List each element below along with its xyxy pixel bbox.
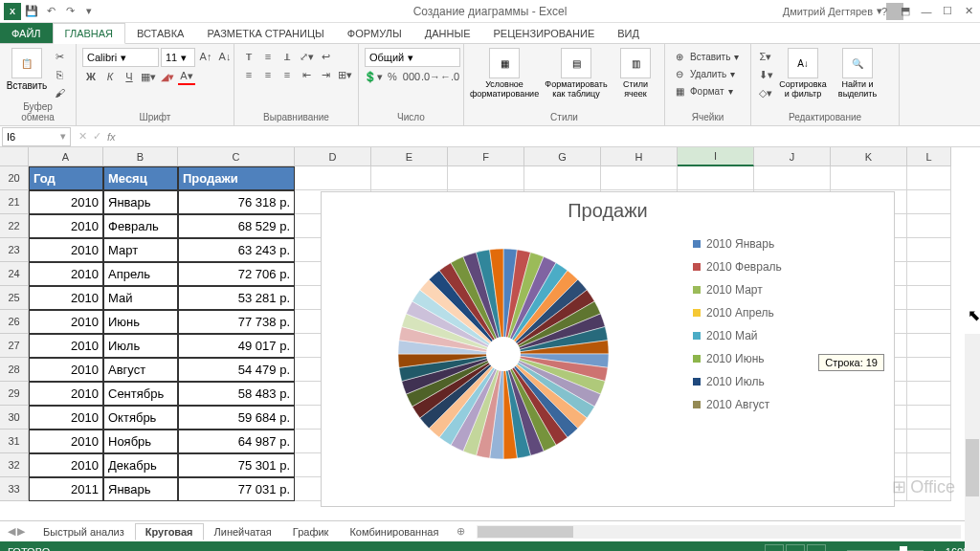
cell-month[interactable]: Май (103, 286, 178, 310)
cut-icon[interactable]: ✂ (51, 48, 68, 65)
column-header-B[interactable]: B (103, 147, 178, 166)
fill-icon[interactable]: ⬇▾ (757, 66, 774, 83)
increase-decimal-icon[interactable]: .0→ (422, 68, 439, 85)
user-name[interactable]: Дмитрий Дегтярев (783, 6, 873, 17)
cell-year[interactable]: 2010 (29, 406, 103, 430)
close-icon[interactable]: ✕ (959, 3, 978, 20)
sheet-tab-combo[interactable]: Комбинированная (339, 523, 449, 540)
zoom-out-icon[interactable]: − (834, 546, 839, 551)
cell-year[interactable]: 2010 (29, 238, 103, 262)
cell-empty[interactable] (295, 166, 371, 190)
cell-year[interactable]: 2010 (29, 382, 103, 406)
fill-color-icon[interactable]: ◢▾ (159, 68, 176, 85)
cell-empty[interactable] (907, 214, 951, 238)
column-header-C[interactable]: C (178, 147, 295, 166)
sheet-nav-prev-icon[interactable]: ◀ (8, 525, 15, 538)
font-color-icon[interactable]: A▾ (178, 68, 195, 85)
percent-icon[interactable]: % (384, 68, 401, 85)
column-header-F[interactable]: F (448, 147, 524, 166)
insert-cells-button[interactable]: ⊕Вставить▾ (671, 48, 741, 65)
row-header-23[interactable]: 23 (0, 238, 29, 262)
cell-empty[interactable] (754, 166, 831, 190)
cell-sales[interactable]: 72 706 р. (178, 262, 295, 286)
merge-icon[interactable]: ⊞▾ (336, 66, 353, 83)
cell-sales[interactable]: 63 243 р. (178, 238, 295, 262)
page-break-view-icon[interactable] (807, 544, 826, 551)
cell-empty[interactable] (371, 166, 448, 190)
zoom-in-icon[interactable]: + (931, 546, 937, 551)
cell-year[interactable]: 2010 (29, 430, 103, 453)
cell-sales[interactable]: 64 987 р. (178, 430, 295, 453)
cell-empty[interactable] (907, 430, 951, 453)
decrease-decimal-icon[interactable]: ←.0 (441, 68, 458, 85)
header-month[interactable]: Месяц (103, 166, 178, 190)
row-header-25[interactable]: 25 (0, 286, 29, 310)
align-bottom-icon[interactable]: ⫫ (278, 48, 296, 65)
delete-cells-button[interactable]: ⊖Удалить▾ (671, 65, 737, 82)
bold-icon[interactable]: Ж (82, 68, 100, 85)
sheet-tab-line[interactable]: График (282, 523, 340, 540)
column-header-A[interactable]: A (29, 147, 103, 166)
cell-month[interactable]: Январь (103, 190, 178, 214)
format-as-table-button[interactable]: ▤ Форматировать как таблицу (542, 48, 611, 99)
horizontal-scrollbar[interactable] (477, 525, 961, 539)
tab-view[interactable]: ВИД (606, 23, 651, 43)
cell-empty[interactable] (907, 238, 951, 262)
decrease-indent-icon[interactable]: ⇤ (298, 66, 315, 83)
cell-sales[interactable]: 76 318 р. (178, 190, 295, 214)
vertical-scrollbar[interactable] (965, 334, 980, 551)
help-icon[interactable]: ? (875, 3, 894, 20)
cell-empty[interactable] (907, 166, 951, 190)
cell-empty[interactable] (907, 262, 951, 286)
cell-empty[interactable] (907, 286, 951, 310)
cell-year[interactable]: 2010 (29, 286, 103, 310)
page-layout-view-icon[interactable] (786, 544, 805, 551)
cell-empty[interactable] (678, 166, 754, 190)
cell-month[interactable]: Февраль (103, 214, 178, 238)
tab-page-layout[interactable]: РАЗМЕТКА СТРАНИЦЫ (195, 23, 335, 43)
save-icon[interactable]: 💾 (23, 3, 40, 20)
cell-year[interactable]: 2011 (29, 477, 103, 501)
row-header-28[interactable]: 28 (0, 358, 29, 382)
cell-sales[interactable]: 77 738 р. (178, 310, 295, 334)
autosum-icon[interactable]: Σ▾ (757, 48, 774, 65)
cell-year[interactable]: 2010 (29, 310, 103, 334)
cell-month[interactable]: Декабрь (103, 453, 178, 477)
row-header-27[interactable]: 27 (0, 334, 29, 358)
orientation-icon[interactable]: ⤢▾ (298, 48, 315, 65)
font-size-dropdown[interactable]: 11▾ (161, 48, 195, 67)
horizontal-scroll-thumb[interactable] (478, 526, 573, 538)
cell-empty[interactable] (907, 358, 951, 382)
excel-icon[interactable]: X (4, 3, 21, 20)
cell-empty[interactable] (448, 166, 524, 190)
align-right-icon[interactable]: ≡ (278, 66, 296, 83)
cell-empty[interactable] (907, 382, 951, 406)
cell-empty[interactable] (907, 334, 951, 358)
cell-month[interactable]: Ноябрь (103, 430, 178, 453)
comma-icon[interactable]: 000 (403, 68, 420, 85)
border-icon[interactable]: ▦▾ (140, 68, 157, 85)
row-header-24[interactable]: 24 (0, 262, 29, 286)
sheet-nav-next-icon[interactable]: ▶ (17, 525, 25, 538)
header-sales[interactable]: Продажи (178, 166, 295, 190)
row-header-20[interactable]: 20 (0, 166, 29, 190)
cell-empty[interactable] (907, 406, 951, 430)
cell-sales[interactable]: 58 483 р. (178, 382, 295, 406)
tab-file[interactable]: ФАЙЛ (0, 23, 53, 43)
cell-empty[interactable] (524, 166, 601, 190)
legend-item[interactable]: 2010 Январь (693, 237, 831, 251)
cell-month[interactable]: Июль (103, 334, 178, 358)
minimize-icon[interactable]: — (917, 3, 936, 20)
cell-sales[interactable]: 77 031 р. (178, 477, 295, 501)
cell-year[interactable]: 2010 (29, 453, 103, 477)
row-header-21[interactable]: 21 (0, 190, 29, 214)
select-all-corner[interactable] (0, 147, 29, 166)
decrease-font-icon[interactable]: A↓ (216, 48, 234, 65)
cell-sales[interactable]: 75 301 р. (178, 453, 295, 477)
conditional-formatting-button[interactable]: ▦ Условное форматирование (470, 48, 539, 99)
cell-year[interactable]: 2010 (29, 358, 103, 382)
column-header-L[interactable]: L (907, 147, 951, 166)
format-cells-button[interactable]: ▦Формат▾ (671, 82, 735, 99)
wrap-text-icon[interactable]: ↩ (317, 48, 334, 65)
cell-year[interactable]: 2010 (29, 334, 103, 358)
